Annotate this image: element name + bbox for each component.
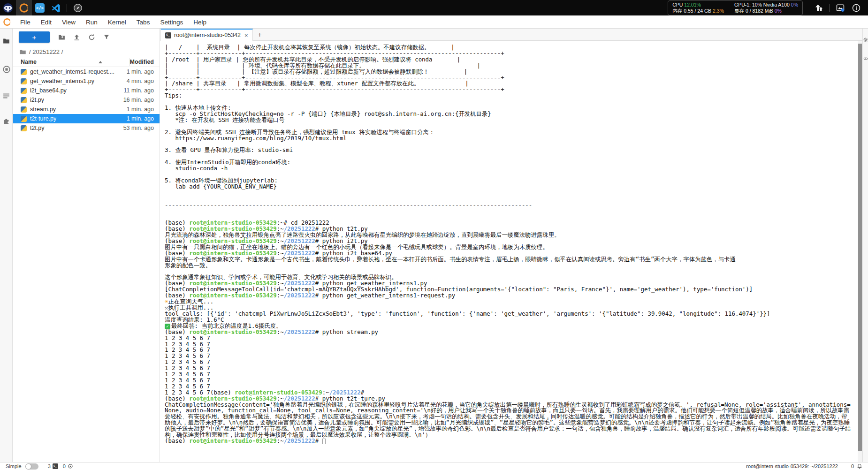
kernel-sessions-icon[interactable] [68,463,73,469]
file-row[interactable]: i2t.py16 min. ago [13,95,160,105]
terminal-line [165,99,852,105]
info-button[interactable] [848,0,864,15]
terminal-text: ----------------------------------------… [165,201,532,208]
file-row[interactable]: t2t-ture.py1 min. ago [13,114,160,123]
memory-label: 内存 0.55 / 24 GB [672,8,711,14]
terminal-line: 1 2 3 4 5 6 7 [165,359,852,365]
python-file-icon [21,97,27,103]
prompt-user-text: root@intern-studio-053429 [189,437,277,444]
simple-mode-toggle[interactable] [25,463,38,470]
sidebar-tab-extension-manager[interactable] [0,114,13,128]
main-dock-panel: $_ root@intern-studio-05342 × + | / | 系统… [160,29,862,462]
bell-icon[interactable] [857,463,862,469]
new-launcher-button[interactable]: + [19,31,50,43]
upload-icon [73,33,81,41]
file-list-header[interactable]: Name Modified [13,58,160,67]
terminal-text: +--------+------------+-----------------… [165,86,504,93]
upload-button[interactable] [69,31,84,43]
breadcrumb[interactable]: / 20251222 / [13,46,160,57]
file-name: t2t.py [30,125,45,131]
breadcrumb-path[interactable]: / 20251222 / [29,48,63,55]
terminal-text: (base) [165,437,189,444]
terminal-line: https://www.ruanyifeng.com/blog/2019/10/… [165,136,852,142]
current-session-path[interactable]: root@intern-studio-053429: ~/20251222 [746,463,838,469]
refresh-button[interactable] [84,31,99,43]
terminal-line: 1 2 3 4 5 6 7 [165,341,852,348]
terminal-text: :~ [277,292,284,299]
column-header-name[interactable]: Name [21,59,37,65]
terminal-line: +--------+------------+-----------------… [165,87,852,93]
tab-terminal-session[interactable]: $_ root@intern-studio-05342 × [160,29,253,41]
vram-percent: 0% [775,8,782,14]
terminal-text: studio-conda -h [165,165,228,172]
menu-settings[interactable]: Settings [155,19,188,26]
terminal-line: 1 2 3 4 5 6 7 [165,335,852,341]
terminal-text: lab add {YOUR_CONDA_ENV_NAME} [165,183,277,190]
menu-edit[interactable]: Edit [36,19,57,26]
file-name: i2t_base64.py [30,87,67,94]
menu-view[interactable]: View [57,19,81,26]
terminal-text: # [315,437,322,444]
terminal-line: 形象的配色一致。 [165,263,852,269]
terminal-line: 3. 查看 GPU 显存和算力使用率: studio-smi [165,147,852,153]
internlm-logo-icon [19,3,29,13]
file-row[interactable]: get_weather_interns1-request....1 min. a… [13,67,160,76]
terminal-line: studio-conda -h [165,166,852,172]
compass-tile[interactable] [70,0,86,15]
internstudio-mascot-icon[interactable] [0,0,16,15]
cpu-label: CPU [672,2,683,8]
terminal[interactable]: | / | 系统目录 | 每次停止开发机会将其恢复至系统（镜像）初始状态。不建议… [160,41,862,462]
prompt-path-text: /20251222 [284,328,315,335]
terminal-line: 4. 使用InternStudio开箱即用的conda环境: [165,159,852,166]
filter-button[interactable] [99,31,114,43]
topbar-separator [67,4,67,12]
terminal-scrollbar-thumb[interactable] [858,44,862,451]
system-top-bar: </> CPU 12.01% GPU-1: 10% Nvidia A100 [0,0,868,15]
screenshot-button[interactable] [832,0,848,15]
terminal-icon[interactable]: $_ [53,463,58,469]
terminal-text: 图片中有一个卡通形象和文字。卡通形象是一个古代书生，戴着传统头巾，穿着长袍，坐在… [165,256,736,263]
terminal-line: lab add {YOUR_CONDA_ENV_NAME} [165,184,852,190]
puzzle-icon [2,117,11,125]
python-file-icon [21,125,27,131]
menu-help[interactable]: Help [188,19,212,26]
sidebar-tab-running-sessions[interactable] [0,62,13,76]
menu-run[interactable]: Run [81,19,103,26]
column-header-modified[interactable]: Modified [130,59,154,65]
sidebar-tab-debugger[interactable] [863,54,868,63]
python-file-icon [21,88,27,94]
terminal-text: # python stream.py [315,328,378,335]
file-row[interactable]: i2t_base64.py11 min. ago [13,86,160,95]
file-row[interactable]: stream.py1 min. ago [13,105,160,114]
new-folder-button[interactable] [54,31,69,43]
sort-ascending-icon [99,61,102,63]
terminal-line: 1 2 3 4 5 6 7 [165,353,852,359]
menu-tabs[interactable]: Tabs [131,19,155,26]
gpu-stat: GPU-1: 10% Nvidia A100 0% [734,2,798,8]
upgrade-button[interactable] [810,0,826,15]
file-row[interactable]: t2t.py53 min. ago [13,123,160,133]
file-modified: 53 min. ago [123,125,154,131]
terminal-line: 1 2 3 4 5 6 7 [165,347,852,353]
terminal-line: tool_calls: [{'id': 'chatcmpl-PiXwrLnwJo… [165,311,852,317]
sidebar-tab-property-inspector[interactable] [863,35,868,45]
menu-items-container: FileEditViewRunKernelTabsSettingsHelp [15,18,212,26]
terminal-line: 1 2 3 4 5 6 7 [165,378,852,384]
file-row[interactable]: get_weather_interns1.py4 min. ago [13,76,160,86]
prompt-path-text: /20251222 [284,437,315,444]
code-server-tile[interactable]: </> [32,0,48,15]
topbar-separator [829,4,830,12]
new-tab-button[interactable]: + [253,29,267,41]
status-bar: Simple 3 $_ 0 root@intern-studio-053429:… [0,462,868,470]
vscode-tile[interactable] [48,0,64,15]
sidebar-tab-table-of-contents[interactable] [0,89,13,103]
menu-file[interactable]: File [15,19,36,26]
file-modified: 1 min. ago [127,68,154,75]
terminal-scrollbar[interactable] [858,41,862,462]
double-up-arrow-icon [814,4,822,12]
internlm-app-tile[interactable] [16,0,32,15]
menu-kernel[interactable]: Kernel [103,19,131,26]
terminal-line: (base) root@intern-studio-053429:~/20251… [165,293,852,299]
sidebar-tab-filebrowser[interactable] [0,34,13,48]
close-icon[interactable]: × [244,32,248,38]
